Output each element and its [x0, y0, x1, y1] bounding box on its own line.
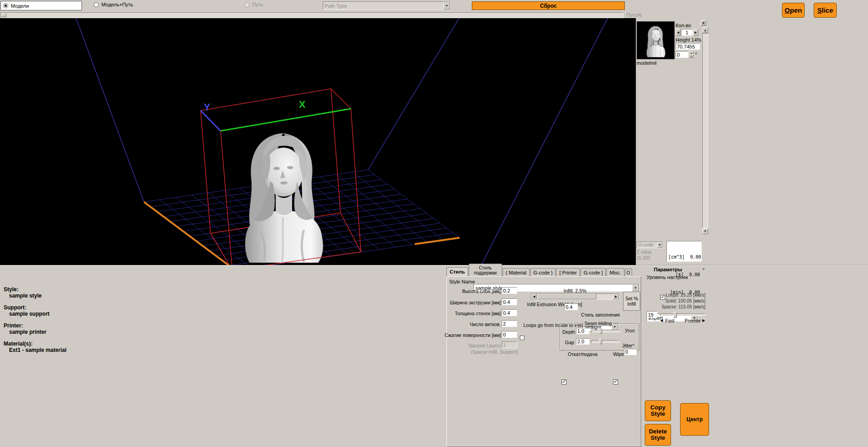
layer-height-input[interactable]	[502, 287, 517, 294]
model-thumbnail[interactable]	[637, 21, 675, 59]
path-radio[interactable]	[245, 2, 249, 7]
path-type-combo-value: Path Type	[325, 3, 347, 9]
seam-depth-slider[interactable]	[591, 330, 619, 332]
tab-style[interactable]: Стиль	[446, 267, 468, 277]
tab-gcode-open[interactable]: G-code )	[530, 268, 556, 276]
tab-overflow[interactable]: O	[625, 269, 632, 276]
angle-spin-down-button[interactable]: ▼	[689, 54, 694, 58]
infill-style-label: Стиль заполнения	[579, 312, 622, 317]
arrow-down-icon: ▼	[704, 230, 707, 233]
retract-label: Откат/подача	[568, 351, 597, 357]
precise-label: Precise	[685, 318, 700, 323]
top-toolbar: Модели Модель+Путь Путь Path Type ▼ Сбро…	[0, 0, 868, 18]
arrow-right-icon: ▶	[695, 31, 697, 34]
path-percent-label: Путь%	[626, 12, 642, 18]
tab-gcode-close[interactable]: G-code ]	[580, 268, 606, 276]
loops-direction-note: Loops go from Inside to Perimeter	[523, 322, 560, 328]
loops-direction-checkbox[interactable]	[520, 336, 524, 340]
slice-button[interactable]: Slice	[814, 3, 837, 18]
models-scroll-up-button[interactable]: ▲	[702, 27, 708, 33]
speed-quality-slider[interactable]	[660, 313, 705, 316]
chevron-down-icon[interactable]: ▼	[632, 284, 639, 291]
panel-divider	[0, 265, 868, 266]
infill-extrusion-input[interactable]	[564, 303, 578, 310]
set-infill-button[interactable]: Set % Infill	[623, 292, 640, 311]
infill-percent-label: Infill: 2.5%	[531, 288, 619, 293]
model-path-radio-label: Модель+Путь	[101, 2, 133, 7]
copy-style-button[interactable]: Copy Style	[645, 400, 671, 421]
speed-loops: Loops: 25.25 [мм/s]	[648, 292, 705, 298]
cost-stats-box: [cm^3] 0.00 [$] 0.00 [min] 0.00	[667, 241, 702, 262]
rotation-angle-input[interactable]	[676, 51, 688, 58]
chevron-down-icon[interactable]: ▼	[443, 2, 450, 10]
seam-gap-slider-thumb[interactable]	[599, 339, 602, 344]
open-button[interactable]: Open	[782, 3, 805, 18]
model-path-radio[interactable]	[94, 2, 99, 7]
retract-checkbox[interactable]	[561, 380, 566, 385]
models-radio-field[interactable]: Модели	[0, 1, 82, 10]
seam-gap-slider[interactable]	[591, 340, 619, 343]
infill-extrusion-label: Infill Extrusion Width [mm]	[527, 302, 562, 307]
stat-volume: [cm^3] 0.00	[668, 254, 700, 260]
seam-depth-input[interactable]	[576, 328, 590, 334]
viewport-3d[interactable]: X Y	[0, 18, 636, 265]
speed-solid: Solid: 100.05 [мм/s]	[648, 298, 705, 304]
models-scroll-down-button[interactable]: ▼	[702, 228, 708, 234]
chevron-down-icon[interactable]: ▼	[657, 242, 662, 248]
seam-jitter-input[interactable]	[624, 349, 637, 355]
fast-arrow-icon: ◀	[660, 318, 663, 322]
wipe-label: Wipe	[613, 351, 624, 357]
close-model-button[interactable]: X	[700, 20, 706, 26]
path-percent-slider-thumb[interactable]	[1, 13, 6, 17]
precise-arrow-icon: ▶	[702, 318, 705, 322]
seam-gap-input[interactable]	[576, 338, 590, 345]
delete-style-button[interactable]: Delete Style	[645, 424, 671, 446]
count-label: Кол-во	[676, 23, 691, 28]
layer-height-label: Высота слоя [мм]	[445, 288, 501, 294]
infill-slider-thumb[interactable]	[537, 294, 596, 299]
extrusion-width-input[interactable]	[502, 298, 517, 305]
path-radio-label: Путь	[252, 2, 263, 7]
seam-angle-label: Угол	[625, 328, 635, 333]
loops-count-input[interactable]	[502, 320, 517, 327]
count-decrement-button[interactable]: ◀	[676, 29, 681, 36]
extrusion-width-label: Ширина экструзии [мм]	[445, 300, 501, 305]
settings-level-label: Уровень настроек	[647, 274, 688, 280]
stacked-layers-input[interactable]	[502, 341, 517, 348]
models-scrollbar[interactable]	[702, 33, 708, 228]
models-radio[interactable]	[3, 3, 8, 8]
wall-thickness-input[interactable]	[502, 309, 517, 316]
seam-depth-slider-thumb[interactable]	[599, 328, 602, 334]
summary-support-value: sample support	[4, 311, 67, 317]
tab-material[interactable]: ( Material	[503, 268, 530, 276]
center-button[interactable]: Центр	[680, 403, 709, 436]
model-path-radio-item[interactable]: Модель+Путь	[94, 2, 133, 7]
arrow-up-icon: ▲	[704, 29, 707, 32]
reset-button[interactable]: Сброс	[472, 1, 625, 10]
surface-compression-input[interactable]	[502, 331, 517, 338]
model-thumbnail-image	[637, 22, 674, 59]
parameters-collapse-icon[interactable]: ▼	[702, 267, 705, 271]
gcode-combo[interactable]: G-code ▼	[637, 241, 663, 248]
count-input[interactable]	[681, 29, 693, 36]
infill-slider-right-button[interactable]: ▶	[613, 294, 619, 299]
infill-slider-left-button[interactable]: ◀	[531, 294, 537, 299]
speed-sparse: Sparse: 115.05 [мм/s]	[648, 304, 705, 310]
count-increment-button[interactable]: ▶	[693, 29, 698, 36]
path-percent-slider[interactable]	[0, 12, 623, 18]
path-radio-item[interactable]: Путь	[245, 2, 263, 7]
speed-quality-input[interactable]	[647, 311, 657, 318]
angle-degree-label: °	[695, 52, 697, 57]
infill-slider[interactable]: ◀ ▶	[531, 293, 619, 300]
style-name-label: Style Name	[449, 279, 475, 284]
arrow-left-icon: ◀	[533, 295, 535, 298]
tab-misc[interactable]: Misc.	[606, 268, 624, 276]
close-icon: X	[702, 21, 705, 25]
height-value-input[interactable]	[676, 43, 700, 50]
tab-support[interactable]: Стиль поддержки	[469, 264, 502, 276]
path-type-combo[interactable]: Path Type ▼	[323, 1, 451, 10]
tab-printer[interactable]: [ Printer	[556, 268, 580, 276]
wipe-checkbox[interactable]	[613, 380, 618, 385]
seam-depth-label: Depth	[562, 329, 575, 335]
speed-quality-slider-thumb[interactable]	[673, 312, 677, 318]
